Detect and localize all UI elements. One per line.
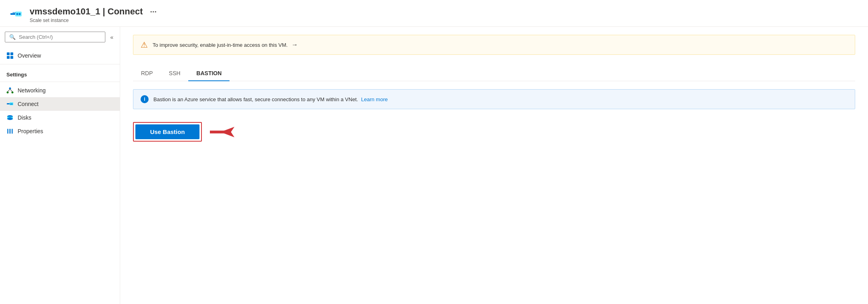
search-input[interactable]	[19, 34, 101, 40]
sidebar-item-networking[interactable]: Networking	[0, 84, 120, 97]
connect-icon	[6, 100, 14, 108]
sidebar-item-connect[interactable]: Connect	[0, 97, 120, 111]
sidebar-navigation: Overview Settings Networking	[0, 49, 120, 138]
button-area: Use Bastion	[133, 122, 855, 142]
svg-point-10	[9, 88, 11, 90]
svg-point-17	[10, 104, 12, 105]
svg-line-14	[10, 89, 12, 92]
properties-icon	[6, 128, 14, 135]
main-content: ⚠ To improve security, enable just-in-ti…	[120, 27, 868, 304]
page-title: vmssdemo101_1 | Connect ···	[30, 6, 157, 17]
svg-rect-6	[7, 52, 10, 55]
sidebar-item-disks[interactable]: Disks	[0, 111, 120, 124]
svg-rect-26	[12, 129, 13, 134]
overview-label: Overview	[18, 52, 41, 59]
overview-icon	[6, 52, 14, 59]
svg-rect-16	[10, 102, 13, 105]
sidebar-item-overview[interactable]: Overview	[0, 49, 120, 62]
learn-more-link[interactable]: Learn more	[361, 96, 387, 102]
use-bastion-button[interactable]: Use Bastion	[135, 124, 199, 139]
security-banner-text: To improve security, enable just-in-time…	[153, 41, 298, 48]
svg-point-12	[12, 92, 14, 94]
security-banner: ⚠ To improve security, enable just-in-ti…	[133, 35, 855, 55]
svg-rect-15	[7, 103, 10, 104]
settings-section-header: Settings	[0, 66, 120, 80]
disks-icon	[6, 114, 14, 121]
info-text: Bastion is an Azure service that allows …	[153, 96, 388, 102]
info-icon: i	[141, 95, 149, 103]
svg-point-21	[7, 118, 13, 120]
svg-point-11	[7, 92, 9, 94]
svg-rect-9	[10, 56, 13, 59]
header-title-block: vmssdemo101_1 | Connect ··· Scale set in…	[30, 6, 157, 23]
svg-line-13	[8, 89, 10, 92]
tab-bastion[interactable]: BASTION	[188, 66, 230, 81]
svg-point-18	[12, 104, 13, 105]
warning-icon: ⚠	[141, 40, 148, 50]
use-bastion-wrapper: Use Bastion	[133, 122, 202, 142]
main-layout: 🔍 « Overview Settings	[0, 27, 868, 304]
disks-label: Disks	[18, 114, 31, 121]
page-icon	[10, 8, 24, 22]
svg-point-2	[16, 13, 18, 15]
svg-rect-4	[13, 12, 14, 14]
tab-ssh[interactable]: SSH	[161, 66, 189, 81]
svg-point-3	[19, 13, 21, 15]
svg-rect-1	[15, 12, 22, 16]
svg-point-22	[7, 115, 13, 118]
page-header: vmssdemo101_1 | Connect ··· Scale set in…	[0, 0, 868, 27]
svg-rect-25	[10, 129, 11, 134]
collapse-sidebar-button[interactable]: «	[109, 34, 115, 40]
networking-icon	[6, 87, 14, 94]
svg-rect-28	[210, 130, 231, 133]
sidebar-item-properties[interactable]: Properties	[0, 124, 120, 138]
tab-rdp[interactable]: RDP	[133, 66, 161, 81]
search-bar[interactable]: 🔍	[5, 32, 105, 42]
red-arrow-indicator	[210, 124, 238, 140]
properties-label: Properties	[18, 128, 43, 134]
networking-label: Networking	[18, 87, 46, 94]
bastion-info-box: i Bastion is an Azure service that allow…	[133, 89, 855, 109]
connection-tabs: RDP SSH BASTION	[133, 66, 855, 81]
svg-rect-8	[7, 56, 10, 59]
svg-rect-23	[7, 129, 8, 134]
more-options-button[interactable]: ···	[150, 7, 157, 16]
page-subtitle: Scale set instance	[30, 18, 157, 23]
connect-label: Connect	[18, 101, 38, 107]
sidebar-divider	[0, 64, 120, 64]
search-icon: 🔍	[9, 34, 16, 40]
svg-rect-7	[10, 52, 13, 55]
security-banner-arrow[interactable]: →	[292, 41, 298, 48]
svg-rect-24	[9, 129, 10, 134]
svg-rect-5	[14, 12, 15, 14]
sidebar: 🔍 « Overview Settings	[0, 27, 120, 304]
settings-divider	[0, 82, 120, 82]
